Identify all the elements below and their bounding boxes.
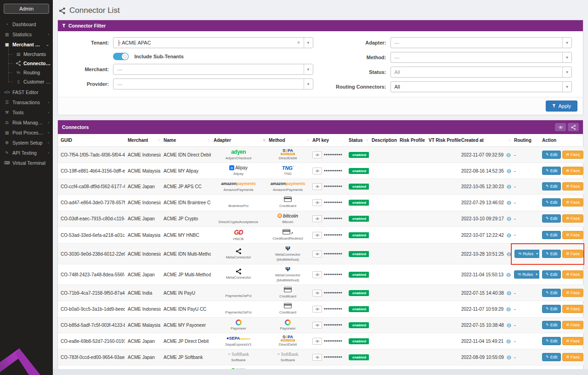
- fees-button[interactable]: ⊞Fees: [562, 214, 583, 223]
- fees-button[interactable]: ⊞Fees: [562, 198, 583, 207]
- reveal-api-key-button[interactable]: [312, 338, 322, 345]
- edit-button[interactable]: ✎Edit: [542, 353, 561, 361]
- sort-icon[interactable]: ↑↓: [263, 138, 265, 142]
- cell-risk-profile: [397, 349, 426, 365]
- edit-button[interactable]: ✎Edit: [542, 167, 561, 175]
- include-sub-tenants-toggle[interactable]: [113, 53, 129, 60]
- cell-guid: CO-03df-eaec-7915-c80d-c119-a0c9: [58, 211, 125, 226]
- admin-button[interactable]: Admin: [4, 4, 49, 14]
- include-sub-tenants-label: Include Sub-Tenants: [134, 54, 183, 59]
- fees-button[interactable]: ⊞Fees: [562, 337, 583, 345]
- sidebar-item-api-testing[interactable]: ✎API Testing›: [0, 148, 53, 158]
- chevron-down-icon[interactable]: ▼: [562, 67, 571, 77]
- column-header-name[interactable]: Name↑↓: [161, 134, 211, 147]
- column-header-status[interactable]: Status↑↓: [346, 134, 369, 147]
- reveal-api-key-button[interactable]: [312, 183, 322, 190]
- reveal-api-key-button[interactable]: [312, 271, 322, 278]
- sort-icon[interactable]: ↑↓: [208, 138, 209, 142]
- edit-button[interactable]: ✎Edit: [542, 289, 561, 297]
- method-select[interactable]: --- ▼: [390, 52, 572, 63]
- clear-icon[interactable]: ×: [294, 39, 303, 46]
- cell-risk-profile: [397, 301, 426, 317]
- chevron-down-icon[interactable]: ▼: [562, 38, 571, 48]
- apply-button[interactable]: Apply: [546, 101, 577, 112]
- fees-button[interactable]: ⊞Fees: [562, 270, 583, 279]
- merchant-select[interactable]: --- ▼: [113, 64, 313, 75]
- sidebar-item-post-processing[interactable]: ▧Post Processing›: [0, 128, 53, 138]
- sort-icon[interactable]: ↑↓: [366, 138, 368, 142]
- column-header-created-at[interactable]: Created at↑↓: [458, 134, 511, 147]
- sidebar-item-system-setup[interactable]: ⚙System Setup›: [0, 138, 53, 148]
- cell-status: enabled: [346, 163, 369, 179]
- reveal-api-key-button[interactable]: [312, 215, 322, 222]
- fees-button[interactable]: ⊞Fees: [562, 167, 583, 175]
- cell-status: enabled: [346, 349, 369, 365]
- sort-icon[interactable]: ↑↓: [158, 138, 159, 142]
- column-header-adapter[interactable]: Adapter↑↓: [211, 134, 266, 147]
- sidebar-item-virtual-terminal[interactable]: ⌨Virtual Terminal: [0, 158, 53, 168]
- reveal-api-key-button[interactable]: [312, 322, 322, 329]
- routing-connectors-select[interactable]: All ▼: [390, 81, 572, 92]
- column-header-method[interactable]: Method↑↓: [266, 134, 310, 147]
- fees-button[interactable]: ⊞Fees: [562, 231, 583, 239]
- chevron-down-icon[interactable]: ▼: [304, 38, 313, 48]
- reveal-api-key-button[interactable]: [312, 251, 322, 257]
- fees-button[interactable]: ⊞Fees: [562, 289, 583, 297]
- reveal-api-key-button[interactable]: [312, 199, 322, 206]
- edit-button[interactable]: ✎Edit: [542, 270, 561, 279]
- status-badge: enabled: [349, 272, 369, 278]
- sort-icon[interactable]: ↑↓: [508, 138, 510, 142]
- sidebar-item-connector-list[interactable]: Connector List: [4, 59, 53, 68]
- edit-button[interactable]: ✎Edit: [542, 151, 561, 159]
- edit-button[interactable]: ✎Edit: [542, 198, 561, 207]
- sidebar-item-transactions[interactable]: ☰Transactions›: [0, 97, 53, 107]
- fees-button[interactable]: ⊞Fees: [562, 182, 583, 190]
- cell-action: ✎Edit⊞Fees: [539, 226, 584, 243]
- reveal-api-key-button[interactable]: [312, 290, 322, 297]
- toggle-columns-button[interactable]: [555, 123, 566, 131]
- chevron-down-icon[interactable]: ▼: [304, 79, 313, 89]
- reveal-api-key-button[interactable]: [312, 151, 322, 158]
- fees-button[interactable]: ⊞Fees: [562, 353, 583, 361]
- sidebar-item-fast-editor[interactable]: </>FAST Editor: [0, 87, 53, 97]
- edit-button[interactable]: ✎Edit: [542, 305, 561, 313]
- sidebar-item-statistics[interactable]: ▥Statistics›: [0, 29, 53, 39]
- chevron-down-icon[interactable]: ▼: [304, 64, 313, 74]
- sidebar-item-merchants[interactable]: ▤Merchants: [4, 50, 53, 59]
- connector-filter-panel: Connector Filter Tenant: ├ ACME APAC × ▼: [57, 20, 583, 115]
- edit-button[interactable]: ✎Edit: [542, 321, 561, 329]
- reveal-api-key-button[interactable]: [312, 232, 322, 239]
- reveal-api-key-button[interactable]: [312, 168, 322, 174]
- fees-button[interactable]: ⊞Fees: [562, 250, 583, 258]
- fees-button[interactable]: ⊞Fees: [562, 151, 583, 159]
- sort-icon[interactable]: ↑↓: [306, 138, 308, 142]
- edit-button[interactable]: ✎Edit: [542, 250, 561, 258]
- status-select[interactable]: All ▼: [390, 67, 572, 78]
- cell-merchant: ACME Indonesia: [125, 195, 161, 211]
- chevron-down-icon[interactable]: ▼: [562, 82, 571, 92]
- sidebar-item-tools[interactable]: ⚒Tools›: [0, 107, 53, 118]
- cell-name: ACME MY HNBC: [161, 226, 211, 243]
- fees-button[interactable]: ⊞Fees: [562, 321, 583, 329]
- sidebar-item-routing[interactable]: %Routing: [4, 68, 53, 77]
- edit-button[interactable]: ✎Edit: [542, 214, 561, 223]
- rules-button[interactable]: %Rules▼: [514, 250, 539, 258]
- chevron-down-icon[interactable]: ▼: [562, 52, 571, 62]
- reveal-api-key-button[interactable]: [312, 354, 322, 361]
- sidebar-item-dashboard[interactable]: ◔Dashboard: [0, 19, 53, 29]
- connector-tools-button[interactable]: [568, 123, 579, 131]
- edit-button[interactable]: ✎Edit: [542, 337, 561, 345]
- reveal-api-key-button[interactable]: [312, 306, 322, 313]
- sidebar-item-risk-management[interactable]: ⚖Risk Management›: [0, 118, 53, 128]
- sidebar-item-customer-profiles[interactable]: ▯Customer Profiles: [4, 77, 53, 86]
- column-header-merchant[interactable]: Merchant↑↓: [125, 134, 161, 147]
- edit-button[interactable]: ✎Edit: [542, 231, 561, 239]
- cell-description: [369, 195, 397, 211]
- adapter-select[interactable]: --- ▼: [390, 37, 572, 48]
- edit-button[interactable]: ✎Edit: [542, 182, 561, 190]
- rules-button[interactable]: %Rules▼: [514, 270, 539, 279]
- globe-icon: [507, 323, 511, 328]
- fees-button[interactable]: ⊞Fees: [562, 305, 583, 313]
- tenant-select[interactable]: ├ ACME APAC × ▼: [113, 37, 313, 48]
- provider-select[interactable]: --- ▼: [113, 78, 313, 90]
